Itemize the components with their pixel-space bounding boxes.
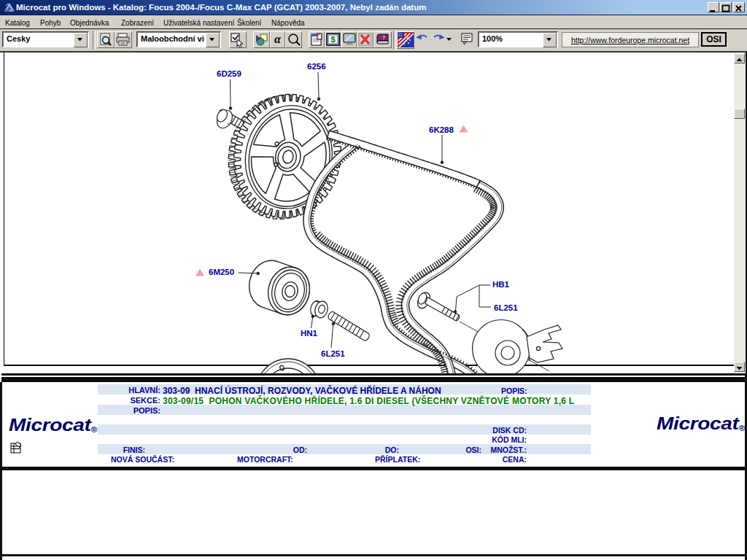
svg-text:6D259: 6D259 — [217, 69, 241, 78]
svg-text:6256: 6256 — [307, 62, 326, 71]
svg-text:6M250: 6M250 — [209, 268, 234, 276]
svg-text:6K288: 6K288 — [429, 125, 454, 134]
svg-text:?: ? — [382, 34, 386, 41]
svg-text:6L251: 6L251 — [321, 349, 345, 358]
svg-text:HN1: HN1 — [301, 329, 318, 338]
svg-text:6L251: 6L251 — [494, 303, 518, 312]
svg-text:$: $ — [330, 35, 335, 44]
svg-text:HB1: HB1 — [492, 280, 510, 289]
